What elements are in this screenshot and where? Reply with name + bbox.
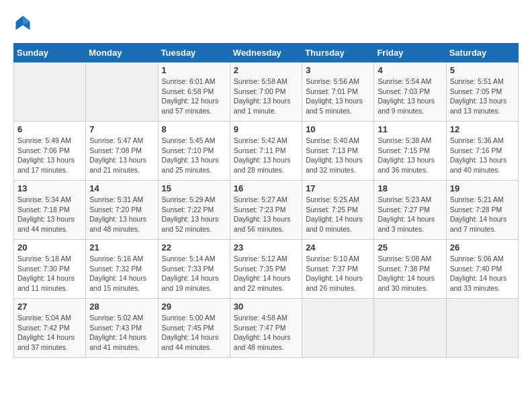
day-number: 11 <box>378 124 442 134</box>
page-header <box>13 13 519 32</box>
day-info: Sunrise: 5:21 AM Sunset: 7:28 PM Dayligh… <box>450 195 515 234</box>
day-info: Sunrise: 5:00 AM Sunset: 7:45 PM Dayligh… <box>162 313 226 353</box>
day-info: Sunrise: 5:36 AM Sunset: 7:16 PM Dayligh… <box>450 136 515 175</box>
day-number: 3 <box>306 65 370 75</box>
day-number: 8 <box>162 124 226 134</box>
calendar-cell: 6Sunrise: 5:49 AM Sunset: 7:06 PM Daylig… <box>14 122 86 181</box>
calendar-week-5: 27Sunrise: 5:04 AM Sunset: 7:42 PM Dayli… <box>14 299 519 358</box>
calendar-cell: 26Sunrise: 5:06 AM Sunset: 7:40 PM Dayli… <box>446 240 518 299</box>
calendar-cell: 5Sunrise: 5:51 AM Sunset: 7:05 PM Daylig… <box>446 62 518 122</box>
day-info: Sunrise: 5:18 AM Sunset: 7:30 PM Dayligh… <box>17 254 82 293</box>
day-info: Sunrise: 5:58 AM Sunset: 7:00 PM Dayligh… <box>234 77 298 116</box>
logo <box>13 13 35 32</box>
day-info: Sunrise: 5:29 AM Sunset: 7:22 PM Dayligh… <box>162 195 226 234</box>
day-header-wednesday: Wednesday <box>230 44 302 62</box>
day-info: Sunrise: 5:31 AM Sunset: 7:20 PM Dayligh… <box>89 195 154 234</box>
calendar-cell: 30Sunrise: 4:58 AM Sunset: 7:47 PM Dayli… <box>230 299 302 358</box>
calendar-week-3: 13Sunrise: 5:34 AM Sunset: 7:18 PM Dayli… <box>14 181 519 240</box>
calendar-cell: 3Sunrise: 5:56 AM Sunset: 7:01 PM Daylig… <box>302 62 374 122</box>
day-number: 29 <box>162 302 226 312</box>
day-info: Sunrise: 5:08 AM Sunset: 7:38 PM Dayligh… <box>378 254 442 293</box>
day-header-monday: Monday <box>86 44 158 62</box>
logo-icon <box>13 13 32 32</box>
calendar-cell: 18Sunrise: 5:23 AM Sunset: 7:27 PM Dayli… <box>374 181 446 240</box>
day-info: Sunrise: 5:54 AM Sunset: 7:03 PM Dayligh… <box>378 77 442 116</box>
calendar-cell: 2Sunrise: 5:58 AM Sunset: 7:00 PM Daylig… <box>230 62 302 122</box>
calendar-cell: 1Sunrise: 6:01 AM Sunset: 6:58 PM Daylig… <box>158 62 230 122</box>
day-number: 10 <box>306 124 370 134</box>
day-number: 21 <box>89 242 154 253</box>
calendar-cell: 4Sunrise: 5:54 AM Sunset: 7:03 PM Daylig… <box>374 62 446 122</box>
day-info: Sunrise: 5:25 AM Sunset: 7:25 PM Dayligh… <box>306 195 370 234</box>
day-info: Sunrise: 5:12 AM Sunset: 7:35 PM Dayligh… <box>234 254 298 293</box>
calendar-cell: 11Sunrise: 5:38 AM Sunset: 7:15 PM Dayli… <box>374 122 446 181</box>
day-number: 13 <box>17 183 82 193</box>
calendar-cell: 20Sunrise: 5:18 AM Sunset: 7:30 PM Dayli… <box>14 240 86 299</box>
calendar-cell: 15Sunrise: 5:29 AM Sunset: 7:22 PM Dayli… <box>158 181 230 240</box>
calendar-cell <box>86 62 158 122</box>
day-number: 2 <box>234 65 298 75</box>
day-info: Sunrise: 5:38 AM Sunset: 7:15 PM Dayligh… <box>378 136 442 175</box>
day-info: Sunrise: 5:56 AM Sunset: 7:01 PM Dayligh… <box>306 77 370 116</box>
day-header-sunday: Sunday <box>14 44 86 62</box>
day-number: 23 <box>234 242 298 253</box>
day-number: 4 <box>378 65 442 75</box>
calendar-cell <box>374 299 446 358</box>
day-number: 6 <box>17 124 82 134</box>
calendar-cell <box>446 299 518 358</box>
day-number: 7 <box>89 124 154 134</box>
calendar-cell: 23Sunrise: 5:12 AM Sunset: 7:35 PM Dayli… <box>230 240 302 299</box>
calendar-cell: 29Sunrise: 5:00 AM Sunset: 7:45 PM Dayli… <box>158 299 230 358</box>
calendar-cell: 28Sunrise: 5:02 AM Sunset: 7:43 PM Dayli… <box>86 299 158 358</box>
day-info: Sunrise: 5:06 AM Sunset: 7:40 PM Dayligh… <box>450 254 515 293</box>
calendar-cell: 24Sunrise: 5:10 AM Sunset: 7:37 PM Dayli… <box>302 240 374 299</box>
day-info: Sunrise: 5:51 AM Sunset: 7:05 PM Dayligh… <box>450 77 515 116</box>
day-info: Sunrise: 5:23 AM Sunset: 7:27 PM Dayligh… <box>378 195 442 234</box>
day-number: 25 <box>378 242 442 253</box>
day-info: Sunrise: 5:27 AM Sunset: 7:23 PM Dayligh… <box>234 195 298 234</box>
calendar-cell: 19Sunrise: 5:21 AM Sunset: 7:28 PM Dayli… <box>446 181 518 240</box>
calendar-cell: 27Sunrise: 5:04 AM Sunset: 7:42 PM Dayli… <box>14 299 86 358</box>
day-info: Sunrise: 5:47 AM Sunset: 7:08 PM Dayligh… <box>89 136 154 175</box>
day-number: 24 <box>306 242 370 253</box>
calendar-header-row: SundayMondayTuesdayWednesdayThursdayFrid… <box>14 44 519 62</box>
day-info: Sunrise: 4:58 AM Sunset: 7:47 PM Dayligh… <box>234 313 298 353</box>
calendar-table: SundayMondayTuesdayWednesdayThursdayFrid… <box>13 43 519 358</box>
calendar-cell <box>14 62 86 122</box>
day-info: Sunrise: 5:16 AM Sunset: 7:32 PM Dayligh… <box>89 254 154 293</box>
day-info: Sunrise: 5:14 AM Sunset: 7:33 PM Dayligh… <box>162 254 226 293</box>
day-header-thursday: Thursday <box>302 44 374 62</box>
calendar-week-4: 20Sunrise: 5:18 AM Sunset: 7:30 PM Dayli… <box>14 240 519 299</box>
day-number: 26 <box>450 242 515 253</box>
day-info: Sunrise: 5:34 AM Sunset: 7:18 PM Dayligh… <box>17 195 82 234</box>
day-number: 19 <box>450 183 515 193</box>
day-number: 27 <box>17 302 82 312</box>
day-number: 17 <box>306 183 370 193</box>
day-info: Sunrise: 5:02 AM Sunset: 7:43 PM Dayligh… <box>89 313 154 353</box>
day-info: Sunrise: 5:40 AM Sunset: 7:13 PM Dayligh… <box>306 136 370 175</box>
calendar-cell: 25Sunrise: 5:08 AM Sunset: 7:38 PM Dayli… <box>374 240 446 299</box>
calendar-cell: 9Sunrise: 5:42 AM Sunset: 7:11 PM Daylig… <box>230 122 302 181</box>
calendar-cell: 14Sunrise: 5:31 AM Sunset: 7:20 PM Dayli… <box>86 181 158 240</box>
calendar-week-1: 1Sunrise: 6:01 AM Sunset: 6:58 PM Daylig… <box>14 62 519 122</box>
day-number: 30 <box>234 302 298 312</box>
day-number: 28 <box>89 302 154 312</box>
calendar-week-2: 6Sunrise: 5:49 AM Sunset: 7:06 PM Daylig… <box>14 122 519 181</box>
day-number: 12 <box>450 124 515 134</box>
day-info: Sunrise: 5:04 AM Sunset: 7:42 PM Dayligh… <box>17 313 82 353</box>
day-number: 5 <box>450 65 515 75</box>
day-header-friday: Friday <box>374 44 446 62</box>
day-info: Sunrise: 5:10 AM Sunset: 7:37 PM Dayligh… <box>306 254 370 293</box>
day-info: Sunrise: 6:01 AM Sunset: 6:58 PM Dayligh… <box>162 77 226 116</box>
day-header-tuesday: Tuesday <box>158 44 230 62</box>
calendar-cell: 10Sunrise: 5:40 AM Sunset: 7:13 PM Dayli… <box>302 122 374 181</box>
calendar-cell: 13Sunrise: 5:34 AM Sunset: 7:18 PM Dayli… <box>14 181 86 240</box>
day-info: Sunrise: 5:42 AM Sunset: 7:11 PM Dayligh… <box>234 136 298 175</box>
calendar-cell: 17Sunrise: 5:25 AM Sunset: 7:25 PM Dayli… <box>302 181 374 240</box>
day-number: 14 <box>89 183 154 193</box>
day-number: 15 <box>162 183 226 193</box>
day-number: 18 <box>378 183 442 193</box>
day-number: 16 <box>234 183 298 193</box>
calendar-cell: 8Sunrise: 5:45 AM Sunset: 7:10 PM Daylig… <box>158 122 230 181</box>
calendar-cell: 21Sunrise: 5:16 AM Sunset: 7:32 PM Dayli… <box>86 240 158 299</box>
